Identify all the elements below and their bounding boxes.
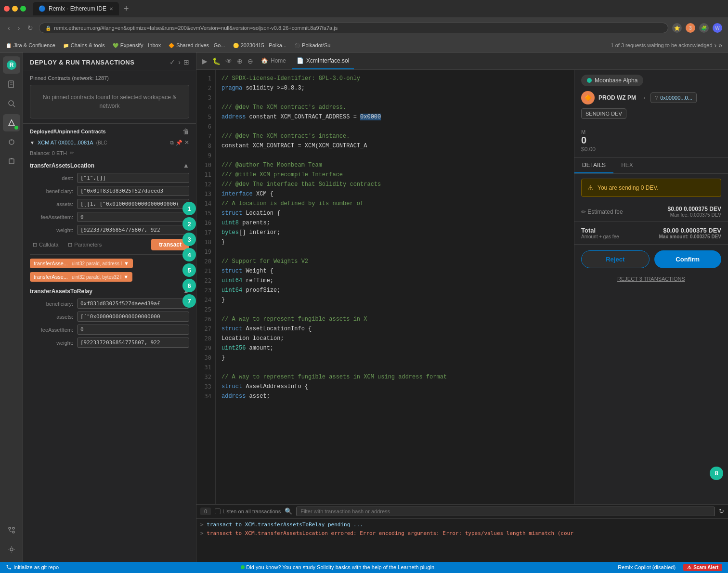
bookmark-chains[interactable]: 📁 Chains & tools	[63, 42, 105, 48]
bookmark-polka1-icon: 🟡	[233, 43, 239, 48]
bottom-console: 0 Listen on all transactions 🔍 ↻ > trans…	[196, 504, 728, 562]
func-btn-row-1: transferAsse... uint32 parald, address l…	[30, 259, 189, 270]
activity-remix-icon[interactable]: R	[3, 56, 20, 74]
func-btn-row-2: transferAsse... uint32 parald, bytes32 l…	[30, 272, 189, 284]
panel-check-button[interactable]: ✓	[169, 58, 175, 66]
relay-weight-value[interactable]: [9223372036854775807, 922	[77, 338, 189, 348]
back-button[interactable]: ‹	[6, 22, 12, 34]
bookmark-polka1[interactable]: 🟡 20230415 - Polka...	[233, 42, 286, 48]
run-button[interactable]: ▶	[200, 56, 209, 66]
close-window-button[interactable]	[4, 6, 10, 12]
refresh-button[interactable]: ↻	[26, 22, 35, 34]
minimize-window-button[interactable]	[12, 6, 18, 12]
panel-arrow-button[interactable]: ›	[178, 58, 181, 66]
activity-files-icon[interactable]	[3, 76, 20, 93]
action-buttons: Reject Confirm	[574, 245, 728, 274]
activity-deploy-icon[interactable]	[3, 114, 20, 131]
line-numbers: 12345 678910 1112131415 1617181920 21222…	[196, 70, 216, 504]
console-error-text: transact to XCM.transferAssetsLocation e…	[207, 530, 573, 536]
eye-icon[interactable]: 👁	[223, 56, 234, 66]
account-row: 🔶 PROD WZ PM → ? 0x00000...0...	[581, 91, 721, 104]
tab-details[interactable]: DETAILS	[574, 158, 613, 173]
tab-hex[interactable]: HEX	[613, 158, 641, 173]
reject-button[interactable]: Reject	[581, 250, 650, 268]
contract-expand-icon[interactable]: ▼	[30, 140, 35, 145]
browser-actions: ⭐ 3 🧩 W	[672, 23, 722, 33]
bookmark-polka2[interactable]: ⚫ Polkadot/Su	[294, 42, 330, 48]
extensions-puzzle-icon[interactable]: 🧩	[699, 23, 709, 33]
refresh-console-icon[interactable]: ↻	[719, 508, 724, 515]
param-weight-value[interactable]: [9223372036854775807, 922	[77, 225, 189, 235]
filter-input[interactable]	[296, 507, 715, 516]
extensions-icon[interactable]: 3	[686, 23, 695, 33]
activity-bar: R	[0, 52, 23, 561]
activity-settings-icon[interactable]	[3, 541, 20, 558]
zoom-out-button[interactable]: ⊖	[246, 56, 255, 66]
bookmark-drives[interactable]: 🔶 Shared drives - Go...	[169, 42, 225, 48]
param-beneficiary: beneficiary: ["0x01f831d83025f527daeed3	[30, 186, 189, 196]
total-left: Total Amount + gas fee	[581, 227, 619, 239]
question-icon: ?	[655, 95, 658, 101]
activity-plugin-icon[interactable]	[3, 153, 20, 170]
relay-beneficiary-value[interactable]: 0xf831d83025f527daeed39a£	[77, 299, 189, 309]
activity-search-icon[interactable]	[3, 95, 20, 112]
arrow-right-icon: →	[640, 94, 647, 102]
collapse-function-button[interactable]: ▲	[183, 162, 189, 169]
tab-home[interactable]: 🏠 Home	[256, 52, 291, 69]
traffic-lights	[4, 6, 26, 12]
bookmarks-icon[interactable]: ⭐	[672, 23, 682, 33]
bookmark-jira[interactable]: 📋 Jira & Confluence	[6, 42, 55, 48]
relay-fee-asset: feeAssetItem: 0	[30, 325, 189, 335]
calldata-tab-button[interactable]: ⊡ Calldata	[30, 240, 61, 249]
zoom-in-button[interactable]: ⊕	[235, 56, 245, 66]
transfer-assets-button-2[interactable]: transferAsse... uint32 parald, bytes32 l…	[30, 272, 132, 282]
delete-deployed-button[interactable]: 🗑	[182, 128, 189, 135]
edit-balance-button[interactable]: ✏	[70, 150, 74, 156]
reject-all-button[interactable]: REJECT 3 TRANSACTIONS	[574, 274, 728, 286]
panel-window-button[interactable]: ⊞	[183, 58, 189, 66]
forward-button[interactable]: ›	[16, 22, 22, 34]
parameters-label: Parameters	[74, 242, 102, 247]
param-assets-value[interactable]: [[[1, ["0x01000000000000000000(	[77, 199, 189, 209]
param-weight-label: weight:	[30, 227, 73, 233]
new-tab-button[interactable]: +	[121, 4, 132, 14]
listen-checkbox[interactable]	[215, 508, 221, 514]
param-beneficiary-value[interactable]: ["0x01f831d83025f527daeed3	[77, 186, 189, 196]
confirm-button[interactable]: Confirm	[654, 250, 722, 268]
tab-row: ⊡ Calldata ⊡ Parameters transact	[30, 239, 189, 250]
param-fee-asset-label: feeAssetItem:	[30, 214, 73, 220]
bookmark-drives-icon: 🔶	[169, 43, 174, 48]
next-request-button[interactable]: ›	[715, 41, 717, 49]
next-all-requests-button[interactable]: »	[718, 41, 722, 49]
transfer-assets-to-relay-section: transferAssetsToRelay ▲ beneficiary: 0xf…	[30, 287, 189, 348]
relay-assets-value[interactable]: [["0x00000000000000000000	[77, 312, 189, 322]
scam-badge[interactable]: ⚠ Scam Alert	[683, 564, 722, 571]
svg-point-12	[9, 527, 11, 529]
contract-copy-button[interactable]: ⧉	[170, 139, 174, 146]
activity-debug-icon[interactable]	[3, 133, 20, 151]
copilot-label: Remix Copilot (disabled)	[618, 564, 676, 570]
url-bar[interactable]: 🔒 remix.ethereum.org/#lang=en&optimize=f…	[39, 23, 668, 33]
account-name: PROD WZ PM	[598, 94, 636, 101]
tab-xcm[interactable]: 📄 XcmInterface.sol	[292, 52, 354, 69]
transfer-assets-button-1[interactable]: transferAsse... uint32 parald, address l…	[30, 259, 133, 268]
activity-git-icon[interactable]	[3, 521, 20, 539]
url-text: remix.ethereum.org/#lang=en&optimize=fal…	[54, 25, 662, 31]
bookmark-drives-label: Shared drives - Go...	[176, 42, 225, 48]
git-status[interactable]: Initialize as git repo	[6, 564, 59, 570]
contract-close-button[interactable]: ✕	[184, 139, 189, 146]
relay-fee-value[interactable]: 0	[77, 325, 189, 335]
debug-icon[interactable]: 🐛	[210, 56, 222, 66]
bookmark-expensify[interactable]: 💚 Expensify - Inbox	[113, 42, 161, 48]
svg-point-20	[10, 568, 11, 570]
address-value: 0x00000...0...	[660, 95, 692, 101]
profile-icon[interactable]: W	[713, 23, 722, 33]
browser-tab[interactable]: 🔵 Remix - Ethereum IDE ✕	[33, 2, 119, 15]
maximize-window-button[interactable]	[20, 6, 26, 12]
tab-close-button[interactable]: ✕	[109, 6, 113, 12]
fee-edit-icon[interactable]: ✏	[581, 208, 587, 215]
parameters-tab-button[interactable]: ⊡ Parameters	[65, 240, 104, 249]
param-fee-asset-value[interactable]: 0	[77, 212, 189, 222]
contract-pin-button[interactable]: 📌	[176, 139, 182, 146]
param-dest-value[interactable]: ["1",[]]	[77, 173, 189, 183]
